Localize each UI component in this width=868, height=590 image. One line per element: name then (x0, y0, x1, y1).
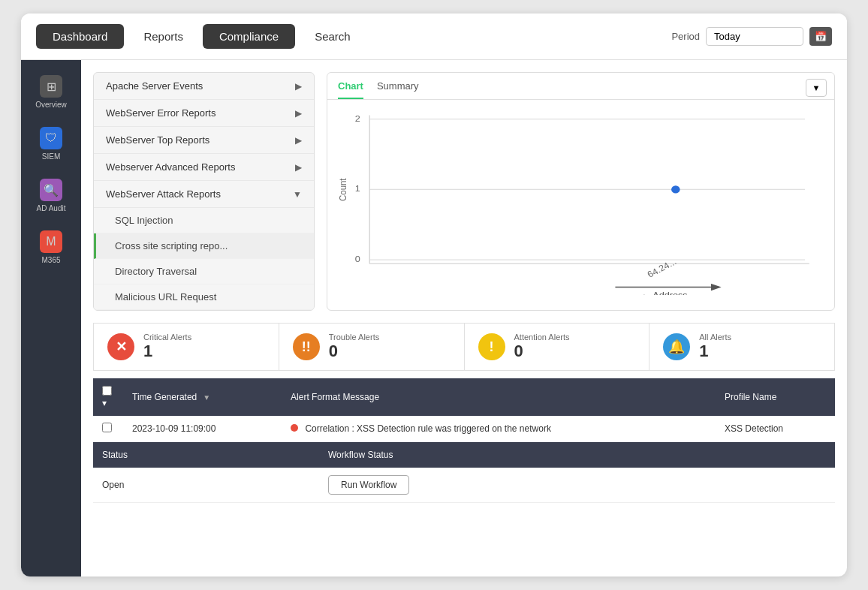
alerts-summary: ✕ Critical Alerts 1 !! Trouble Alerts 0 (93, 323, 835, 371)
attention-info: Attention Alerts 0 (514, 333, 570, 361)
sort-icon-time[interactable]: ▼ (203, 393, 210, 402)
left-sidebar: ⊞ Overview 🛡 SIEM 🔍 AD Audit M M365 (21, 60, 81, 576)
menu-malicious-url[interactable]: Malicious URL Request (94, 284, 314, 310)
all-info: All Alerts 1 (699, 333, 731, 361)
row-checkbox[interactable] (102, 423, 112, 432)
chart-body: 2 1 0 Count (327, 100, 834, 310)
menu-label: WebServer Attack Reports (106, 188, 221, 200)
cell-time: 2023-10-09 11:09:00 (123, 416, 282, 442)
chart-dropdown-button[interactable]: ▼ (806, 79, 827, 97)
trouble-count: 0 (329, 342, 379, 361)
col-status: Status (93, 442, 319, 468)
menu-apache-server[interactable]: Apache Server Events ▶ (94, 73, 314, 100)
alerts-area: ✕ Critical Alerts 1 !! Trouble Alerts 0 (93, 323, 835, 503)
sidebar-item-siem[interactable]: 🛡 SIEM (21, 119, 81, 168)
period-label: Period (671, 31, 700, 42)
col-profile-name: Profile Name (716, 378, 835, 416)
sidebar-item-m365[interactable]: M M365 (21, 223, 81, 272)
menu-webserver-error[interactable]: WebServer Error Reports ▶ (94, 100, 314, 127)
sidebar-item-overview[interactable]: ⊞ Overview (21, 68, 81, 116)
card-attention: ! Attention Alerts 0 (464, 323, 649, 371)
tab-summary[interactable]: Summary (377, 80, 419, 99)
svg-text:0: 0 (355, 254, 360, 264)
main-container: Dashboard Reports Compliance Search Peri… (21, 14, 847, 576)
menu-webserver-attack[interactable]: WebServer Attack Reports ▼ (94, 181, 314, 208)
sidebar-item-adaudit[interactable]: 🔍 AD Audit (21, 171, 81, 220)
adaudit-icon: 🔍 (40, 179, 62, 201)
arrow-icon: ▶ (295, 162, 302, 173)
table-row: 2023-10-09 11:09:00 Correlation : XSS De… (93, 416, 835, 442)
message-text: Correlation : XSS Detection rule was tri… (305, 423, 551, 434)
chart-svg: 2 1 0 Count (339, 107, 822, 295)
menu-label: WebServer Top Reports (106, 134, 209, 146)
menu-webserver-advanced[interactable]: Webserver Advanced Reports ▶ (94, 154, 314, 181)
cell-profile: XSS Detection (716, 416, 835, 442)
critical-label: Critical Alerts (143, 333, 191, 342)
status-table: Status Workflow Status Open Run Workflow (93, 442, 835, 503)
menu-sql-injection[interactable]: SQL Injection (94, 208, 314, 233)
main-content: Apache Server Events ▶ WebServer Error R… (81, 60, 847, 576)
trouble-info: Trouble Alerts 0 (329, 333, 379, 361)
chart-area: Chart Summary ▼ 2 1 0 Count (327, 72, 835, 311)
col-workflow: Workflow Status (319, 442, 835, 468)
attention-count: 0 (514, 342, 570, 361)
status-row: Open Run Workflow (93, 468, 835, 503)
overview-icon: ⊞ (40, 75, 62, 98)
cell-message: Correlation : XSS Detection rule was tri… (282, 416, 716, 442)
period-input[interactable] (706, 27, 803, 46)
svg-point-9 (671, 185, 680, 193)
card-all: 🔔 All Alerts 1 (649, 323, 835, 371)
arrow-icon: ▶ (295, 81, 302, 92)
menu-webserver-top[interactable]: WebServer Top Reports ▶ (94, 127, 314, 154)
dropdown-arrow[interactable]: ▾ (102, 398, 107, 408)
tab-reports[interactable]: Reports (127, 24, 200, 49)
run-workflow-button[interactable]: Run Workflow (328, 475, 409, 495)
tab-chart[interactable]: Chart (338, 80, 363, 99)
siem-icon: 🛡 (40, 127, 62, 149)
chart-tabs: Chart Summary ▼ (327, 73, 834, 100)
trouble-icon: !! (293, 333, 320, 360)
top-section: Apache Server Events ▶ WebServer Error R… (93, 72, 835, 311)
left-menu: Apache Server Events ▶ WebServer Error R… (93, 72, 315, 311)
menu-label: Apache Server Events (106, 80, 203, 92)
sidebar-label-siem: SIEM (42, 152, 60, 161)
m365-icon: M (40, 230, 62, 253)
calendar-icon[interactable]: 📅 (809, 27, 832, 46)
alerts-table: ▾ Time Generated ▼ Alert Format Message (93, 378, 835, 442)
all-label: All Alerts (699, 333, 731, 342)
arrow-icon: ▶ (295, 135, 302, 146)
svg-text:2: 2 (355, 113, 360, 123)
col-alert-message: Alert Format Message (282, 378, 716, 416)
tab-dashboard[interactable]: Dashboard (36, 24, 124, 49)
svg-text:1: 1 (355, 184, 360, 194)
bottom-section: ✕ Critical Alerts 1 !! Trouble Alerts 0 (93, 323, 835, 503)
menu-label: WebServer Error Reports (106, 107, 215, 119)
menu-cross-site[interactable]: Cross site scripting repo... (94, 233, 314, 259)
col-time-generated: Time Generated (132, 392, 197, 402)
trouble-label: Trouble Alerts (329, 333, 379, 342)
period-section: Period 📅 (671, 27, 832, 46)
tab-search[interactable]: Search (298, 24, 367, 49)
all-count: 1 (699, 342, 731, 361)
attention-label: Attention Alerts (514, 333, 570, 342)
critical-icon: ✕ (107, 333, 134, 360)
critical-info: Critical Alerts 1 (143, 333, 191, 361)
tab-compliance[interactable]: Compliance (203, 24, 295, 49)
menu-label: Webserver Advanced Reports (106, 161, 235, 173)
content-area: ⊞ Overview 🛡 SIEM 🔍 AD Audit M M365 (21, 60, 847, 576)
critical-count: 1 (143, 342, 191, 361)
cell-workflow-btn: Run Workflow (319, 468, 835, 503)
card-trouble: !! Trouble Alerts 0 (279, 323, 464, 371)
sidebar-label-m365: M365 (41, 256, 60, 264)
arrow-icon: ▼ (293, 189, 302, 200)
cell-status-value: Open (93, 468, 319, 503)
sidebar-label-adaudit: AD Audit (37, 204, 66, 212)
card-critical: ✕ Critical Alerts 1 (93, 323, 279, 371)
select-all-checkbox[interactable] (102, 386, 112, 396)
arrow-icon: ▶ (295, 108, 302, 119)
sidebar-label-overview: Overview (35, 101, 67, 109)
svg-text:← Address: ← Address (641, 290, 688, 295)
all-icon: 🔔 (663, 333, 690, 360)
attention-icon: ! (478, 333, 505, 360)
menu-directory-traversal[interactable]: Directory Traversal (94, 259, 314, 284)
